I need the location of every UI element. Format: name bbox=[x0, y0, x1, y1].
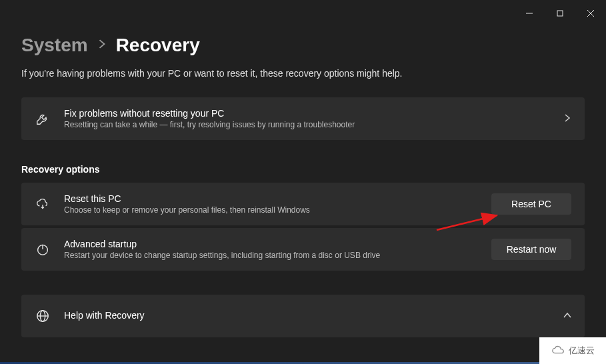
maximize-button[interactable] bbox=[545, 5, 575, 21]
window-titlebar bbox=[0, 0, 606, 21]
recovery-options-header: Recovery options bbox=[21, 164, 585, 175]
help-title: Help with Recovery bbox=[64, 310, 550, 321]
troubleshooter-card[interactable]: Fix problems without resetting your PC R… bbox=[21, 97, 585, 140]
minimize-button[interactable] bbox=[514, 5, 545, 21]
close-button[interactable] bbox=[575, 5, 606, 21]
restart-now-button[interactable]: Restart now bbox=[491, 239, 571, 260]
watermark: 亿速云 bbox=[539, 337, 606, 364]
chevron-up-icon bbox=[563, 310, 571, 322]
reset-cloud-icon bbox=[35, 196, 51, 212]
breadcrumb-parent[interactable]: System bbox=[21, 35, 88, 56]
troubleshooter-desc: Resetting can take a while — first, try … bbox=[64, 120, 550, 129]
reset-pc-title: Reset this PC bbox=[64, 193, 478, 204]
advanced-startup-card: Advanced startup Restart your device to … bbox=[21, 228, 585, 271]
chevron-right-icon bbox=[563, 113, 571, 125]
help-with-recovery-card[interactable]: Help with Recovery bbox=[21, 295, 585, 337]
reset-pc-button[interactable]: Reset PC bbox=[491, 193, 571, 215]
advanced-startup-title: Advanced startup bbox=[64, 239, 478, 249]
intro-text: If you're having problems with your PC o… bbox=[21, 68, 585, 79]
troubleshooter-title: Fix problems without resetting your PC bbox=[64, 108, 550, 119]
chevron-right-icon bbox=[97, 39, 107, 51]
breadcrumb: System Recovery bbox=[21, 35, 585, 56]
breadcrumb-current: Recovery bbox=[116, 35, 200, 56]
svg-rect-1 bbox=[557, 11, 563, 16]
reset-pc-desc: Choose to keep or remove your personal f… bbox=[64, 205, 478, 215]
globe-help-icon bbox=[35, 308, 51, 324]
reset-pc-card: Reset this PC Choose to keep or remove y… bbox=[21, 183, 585, 225]
power-icon bbox=[35, 241, 51, 257]
advanced-startup-desc: Restart your device to change startup se… bbox=[64, 251, 478, 260]
watermark-text: 亿速云 bbox=[569, 345, 595, 357]
wrench-icon bbox=[35, 111, 51, 127]
